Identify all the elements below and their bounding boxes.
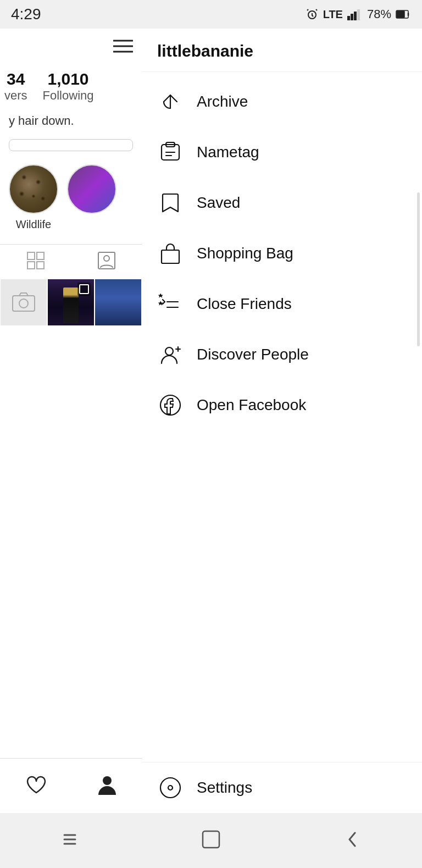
photo-cell-camera[interactable] xyxy=(0,279,47,326)
archive-icon xyxy=(157,89,184,115)
menu-item-nametag[interactable]: Nametag xyxy=(142,127,422,178)
svg-point-33 xyxy=(103,776,112,785)
svg-point-31 xyxy=(160,778,180,798)
side-drawer: littlebananie Archive xyxy=(142,29,422,813)
home-circle-icon xyxy=(201,830,221,849)
menu-item-close-friends[interactable]: Close Friends xyxy=(142,279,422,329)
stories-row: Wildlife xyxy=(0,156,142,240)
facebook-icon xyxy=(157,392,184,418)
svg-rect-11 xyxy=(37,252,44,259)
svg-rect-1 xyxy=(347,16,350,20)
story-item-2[interactable] xyxy=(67,164,116,231)
status-icons: LTE 78% xyxy=(306,7,411,21)
person-icon xyxy=(97,774,117,796)
svg-rect-13 xyxy=(37,262,44,269)
grid-tab-photos[interactable] xyxy=(26,251,45,272)
menu-item-settings[interactable]: Settings xyxy=(142,762,422,813)
android-back-button[interactable] xyxy=(344,830,360,852)
alarm-icon xyxy=(306,8,319,21)
svg-rect-4 xyxy=(357,9,360,20)
photo-grid xyxy=(0,279,142,326)
grid-tab-area xyxy=(0,244,142,279)
followers-count: 34 xyxy=(4,70,27,89)
story-item-wildlife[interactable]: Wildlife xyxy=(9,164,58,231)
menu-item-discover-people[interactable]: Discover People xyxy=(142,329,422,380)
dress-shape xyxy=(63,288,79,323)
grid-icon xyxy=(26,251,45,270)
shopping-bag-icon xyxy=(157,240,184,267)
svg-point-27 xyxy=(165,347,173,355)
back-arrow-icon xyxy=(344,830,360,849)
menu-item-open-facebook[interactable]: Open Facebook xyxy=(142,380,422,430)
story-circle-2 xyxy=(67,164,116,214)
open-facebook-label: Open Facebook xyxy=(197,396,306,414)
profile-header xyxy=(0,29,142,57)
edit-profile-button[interactable] xyxy=(9,139,133,151)
nametag-icon xyxy=(157,139,184,165)
android-nav-bar xyxy=(0,813,422,868)
saved-label: Saved xyxy=(197,194,240,212)
grid-tab-tagged[interactable] xyxy=(97,251,116,272)
bottom-nav xyxy=(0,758,142,813)
shopping-bag-label: Shopping Bag xyxy=(197,245,293,262)
svg-rect-6 xyxy=(397,11,404,18)
main-layout: 34 vers 1,010 Following y hair down. Wil… xyxy=(0,29,422,813)
camera-icon xyxy=(12,291,36,313)
heart-icon xyxy=(25,775,47,795)
nav-profile-button[interactable] xyxy=(97,774,117,798)
menu-item-shopping-bag[interactable]: Shopping Bag xyxy=(142,228,422,279)
svg-rect-2 xyxy=(351,14,353,20)
menu-item-archive[interactable]: Archive xyxy=(142,76,422,127)
profile-panel: 34 vers 1,010 Following y hair down. Wil… xyxy=(0,29,142,813)
svg-point-32 xyxy=(168,786,173,790)
following-label: Following xyxy=(43,89,94,103)
photo-cell-dress[interactable] xyxy=(47,279,95,326)
discover-people-icon xyxy=(157,341,184,368)
svg-rect-22 xyxy=(162,250,179,263)
story-label-wildlife: Wildlife xyxy=(16,218,51,231)
svg-rect-10 xyxy=(27,252,35,259)
dress-figure xyxy=(48,279,94,325)
svg-point-17 xyxy=(19,299,28,308)
story-circle-wildlife xyxy=(9,164,58,214)
svg-rect-16 xyxy=(13,296,35,311)
settings-icon xyxy=(157,775,184,801)
following-stat: 1,010 Following xyxy=(43,70,94,103)
saved-icon xyxy=(157,190,184,216)
followers-label: vers xyxy=(4,89,27,103)
nav-heart-button[interactable] xyxy=(25,775,47,797)
drawer-username: littlebananie xyxy=(157,42,253,60)
status-time: 4:29 xyxy=(11,5,41,23)
following-count: 1,010 xyxy=(43,70,94,89)
svg-marker-24 xyxy=(158,294,163,298)
android-home-button[interactable] xyxy=(201,830,221,852)
svg-rect-12 xyxy=(27,262,35,269)
profile-stats: 34 vers 1,010 Following xyxy=(0,57,142,107)
svg-marker-25 xyxy=(158,301,163,306)
settings-label: Settings xyxy=(197,779,252,797)
svg-rect-37 xyxy=(203,831,219,848)
status-bar: 4:29 LTE 78% xyxy=(0,0,422,29)
nametag-label: Nametag xyxy=(197,143,259,161)
discover-people-label: Discover People xyxy=(197,346,309,363)
signal-icon xyxy=(347,8,363,20)
photo-row-1 xyxy=(0,279,142,326)
android-recent-button[interactable] xyxy=(62,830,78,852)
scrollbar-track xyxy=(417,192,420,346)
drawer-menu: Archive Nametag xyxy=(142,72,422,762)
close-friends-label: Close Friends xyxy=(197,295,292,313)
archive-label: Archive xyxy=(197,93,248,110)
photo-cell-eyes[interactable] xyxy=(95,279,142,326)
battery-percent: 78% xyxy=(367,7,391,21)
battery-icon xyxy=(396,9,411,19)
recent-apps-icon xyxy=(62,830,78,849)
svg-rect-3 xyxy=(354,12,357,20)
menu-item-saved[interactable]: Saved xyxy=(142,178,422,228)
drawer-footer: Settings xyxy=(142,762,422,813)
multi-photo-indicator xyxy=(77,283,91,296)
drawer-header: littlebananie xyxy=(142,29,422,72)
hamburger-menu-button[interactable] xyxy=(113,38,133,57)
followers-stat: 34 vers xyxy=(4,70,27,103)
lte-label: LTE xyxy=(323,8,343,21)
profile-bio: y hair down. xyxy=(0,107,142,135)
